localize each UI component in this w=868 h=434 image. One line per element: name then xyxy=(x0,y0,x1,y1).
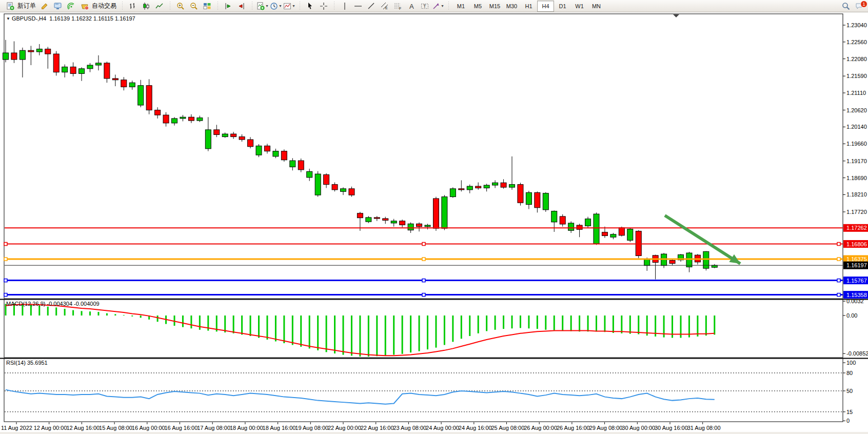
candle xyxy=(459,189,464,190)
line-handle[interactable] xyxy=(4,258,7,261)
line-handle[interactable] xyxy=(422,243,425,246)
price-axis-label: 1.21590 xyxy=(846,73,867,79)
candle xyxy=(383,219,388,220)
line-handle[interactable] xyxy=(837,293,840,297)
time-axis-label: 22 Aug 16:00 xyxy=(361,425,394,431)
macd-indicator-label: MACD(12,26,9) -0.004304 -0.004009 xyxy=(6,301,100,307)
time-axis-label: 30 Aug 00:00 xyxy=(622,425,655,431)
time-axis-label: 23 Aug 08:00 xyxy=(393,425,426,431)
candle xyxy=(231,134,236,136)
candle xyxy=(155,110,161,115)
candle xyxy=(248,140,253,147)
candle xyxy=(138,86,144,105)
main-chart-panel[interactable] xyxy=(4,14,843,299)
candle xyxy=(425,225,430,227)
ohlc-high: 1.16232 xyxy=(71,15,92,22)
ohlc-close: 1.16197 xyxy=(115,15,135,22)
time-axis-label: 12 Aug 16:00 xyxy=(66,425,100,431)
price-tag-label: 1.15358 xyxy=(846,292,867,298)
collapse-arrow-icon[interactable]: ▼ xyxy=(6,16,10,21)
candle xyxy=(121,80,127,87)
macd-panel[interactable] xyxy=(4,300,843,358)
candle xyxy=(501,183,506,187)
macd-main-value: -0.004304 xyxy=(47,301,72,307)
candle xyxy=(535,192,540,207)
candle xyxy=(391,221,397,223)
time-axis-label: 26 Aug 16:00 xyxy=(557,425,590,431)
price-axis-label: 1.19660 xyxy=(846,141,867,147)
candle xyxy=(686,253,692,267)
chart-canvas[interactable]: 1.230401.225601.220801.215901.211101.206… xyxy=(0,0,868,434)
candle xyxy=(400,221,405,225)
line-handle[interactable] xyxy=(4,293,7,297)
price-axis-label: 1.21110 xyxy=(846,90,866,96)
candle xyxy=(273,151,279,156)
candle xyxy=(467,186,472,190)
price-axis-label: 1.20620 xyxy=(846,107,867,113)
candle xyxy=(442,197,447,229)
candle xyxy=(619,228,624,235)
candle xyxy=(264,146,270,151)
macd-axis-label: -0.008529 xyxy=(846,350,868,357)
candle xyxy=(28,50,34,52)
price-tag-label: 1.17262 xyxy=(846,225,867,231)
price-axis-label: 1.18690 xyxy=(846,175,867,181)
chart-title: ▼GBPUSD-,H4 1.16139 1.16232 1.16115 1.16… xyxy=(6,15,135,22)
rsi-axis-label: 0 xyxy=(846,418,850,424)
candle xyxy=(374,218,380,219)
rsi-axis-label: 100 xyxy=(846,360,856,366)
rsi-panel[interactable] xyxy=(4,359,843,422)
candle xyxy=(36,49,42,52)
candle xyxy=(298,161,304,170)
candle xyxy=(197,118,203,121)
candle xyxy=(509,185,515,187)
candle xyxy=(281,151,287,160)
candle xyxy=(180,117,186,119)
candle xyxy=(551,211,557,222)
candle xyxy=(70,67,76,73)
time-axis-label: 18 Aug 16:00 xyxy=(263,425,296,431)
candle xyxy=(315,174,321,195)
line-handle[interactable] xyxy=(4,243,7,246)
line-handle[interactable] xyxy=(837,279,840,282)
candle xyxy=(79,69,85,74)
candle xyxy=(543,193,548,210)
candle xyxy=(172,119,177,123)
rsi-value: 35.6951 xyxy=(27,360,48,366)
candle xyxy=(256,146,262,155)
candle xyxy=(146,86,152,110)
candle xyxy=(53,54,59,72)
price-axis-label: 1.18210 xyxy=(846,191,867,198)
candle xyxy=(560,216,565,224)
time-axis-label: 18 Aug 00:00 xyxy=(230,425,263,431)
rsi-name: RSI(14) xyxy=(6,360,26,366)
price-tag-label: 1.16197 xyxy=(846,262,867,268)
line-handle[interactable] xyxy=(422,293,425,297)
candle xyxy=(585,219,591,226)
candle xyxy=(87,65,93,69)
ohlc-low: 1.16115 xyxy=(93,15,113,22)
ohlc-open: 1.16139 xyxy=(49,15,70,22)
price-axis-label: 1.22080 xyxy=(846,56,867,62)
candle xyxy=(332,185,338,190)
candle xyxy=(518,185,523,203)
line-handle[interactable] xyxy=(837,258,840,261)
candle xyxy=(433,199,439,228)
candle xyxy=(341,189,346,191)
price-axis-label: 1.23040 xyxy=(846,22,867,28)
line-handle[interactable] xyxy=(422,279,425,282)
time-axis-label: 26 Aug 00:00 xyxy=(524,425,557,431)
line-handle[interactable] xyxy=(4,279,7,282)
candle xyxy=(492,183,498,185)
candle xyxy=(577,225,582,229)
candle xyxy=(712,265,717,267)
macd-signal-value: -0.004009 xyxy=(74,301,100,307)
line-handle[interactable] xyxy=(837,243,840,246)
candle xyxy=(366,218,371,222)
candle xyxy=(290,161,295,167)
price-axis-label: 1.22560 xyxy=(846,39,867,45)
line-handle[interactable] xyxy=(422,258,425,261)
rsi-axis-label: 15 xyxy=(846,409,853,415)
candle xyxy=(129,83,135,87)
candle xyxy=(408,224,413,230)
